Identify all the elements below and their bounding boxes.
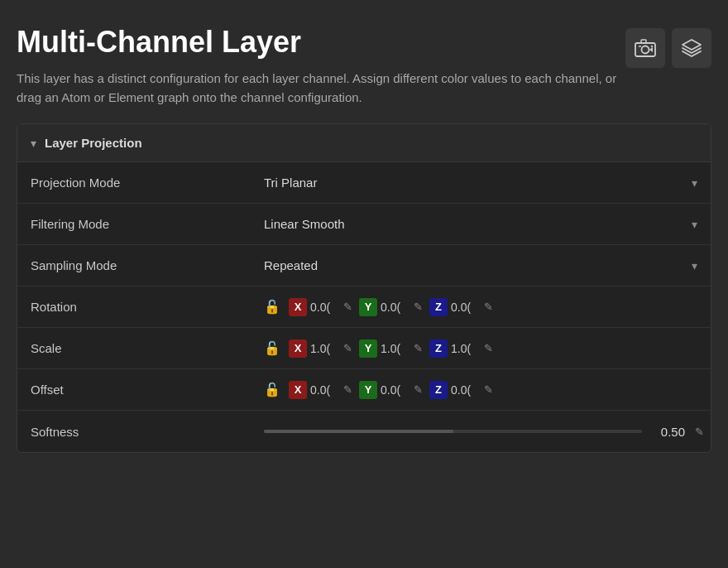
projection-mode-text: Tri Planar [264,176,317,190]
offset-z-edit-icon[interactable]: ✎ [484,383,493,396]
rotation-lock-icon[interactable]: 🔓 [264,299,280,315]
projection-mode-row: Projection Mode Tri Planar ▾ [17,162,711,204]
scale-z-edit-icon[interactable]: ✎ [484,342,493,354]
scale-x-val[interactable]: 1.0( [310,342,340,355]
filtering-mode-value[interactable]: Linear Smooth ▾ [257,207,711,241]
rotation-value: 🔓 X 0.0( ✎ Y 0.0( ✎ Z 0.0( [257,288,711,326]
rotation-y-field: Y 0.0( ✎ [359,298,423,316]
offset-z-val[interactable]: 0.0( [451,383,481,397]
sampling-mode-row: Sampling Mode Repeated ▾ [17,245,711,286]
projection-mode-arrow: ▾ [692,176,697,190]
section-header[interactable]: ▾ Layer Projection [17,124,711,162]
offset-x-badge: X [289,381,307,399]
scale-z-field: Z 1.0( ✎ [429,339,493,358]
rotation-z-badge: Z [429,298,448,316]
softness-slider-fill [264,430,453,433]
rotation-x-edit-icon[interactable]: ✎ [343,301,352,313]
scale-row: Scale 🔓 X 1.0( ✎ Y 1.0( ✎ Z [17,328,711,369]
svg-point-1 [642,46,649,54]
softness-slider-track[interactable] [264,430,642,433]
scale-x-badge: X [289,339,307,358]
layers-button[interactable] [672,28,711,68]
rotation-y-edit-icon[interactable]: ✎ [414,301,423,313]
rotation-label: Rotation [17,290,257,324]
softness-edit-icon[interactable]: ✎ [695,426,704,438]
sampling-mode-arrow: ▾ [692,259,697,272]
section-chevron: ▾ [31,137,36,150]
rotation-z-val[interactable]: 0.0( [451,301,481,314]
filtering-mode-label: Filtering Mode [17,207,257,241]
scale-z-badge: Z [429,339,448,358]
offset-value: 🔓 X 0.0( ✎ Y 0.0( ✎ Z 0.0( [257,371,711,409]
offset-y-val[interactable]: 0.0( [381,383,410,397]
softness-label: Softness [17,415,257,449]
sampling-mode-label: Sampling Mode [17,248,257,282]
filtering-mode-dropdown[interactable]: Linear Smooth ▾ [264,217,704,231]
offset-z-badge: Z [429,381,448,399]
svg-rect-2 [641,40,646,43]
filtering-mode-row: Filtering Mode Linear Smooth ▾ [17,204,711,245]
scale-z-val[interactable]: 1.0( [451,342,481,355]
filtering-mode-text: Linear Smooth [264,217,345,231]
rotation-y-badge: Y [359,298,377,316]
page-description: This layer has a distinct configuration … [17,70,625,107]
rotation-x-val[interactable]: 0.0( [310,301,340,314]
rotation-z-edit-icon[interactable]: ✎ [484,301,493,313]
header-icons [625,28,711,68]
scale-xyz-group: X 1.0( ✎ Y 1.0( ✎ Z 1.0( ✎ [289,339,493,358]
header-text: Multi-Channel Layer This layer has a dis… [17,25,625,107]
rotation-row: Rotation 🔓 X 0.0( ✎ Y 0.0( ✎ Z [17,286,711,328]
camera-button[interactable] [625,28,665,68]
section-label: Layer Projection [45,136,142,150]
page-title: Multi-Channel Layer [17,25,625,60]
sampling-mode-text: Repeated [264,258,318,272]
scale-value: 🔓 X 1.0( ✎ Y 1.0( ✎ Z 1.0( [257,330,711,368]
svg-point-3 [651,46,653,47]
offset-lock-icon[interactable]: 🔓 [264,382,280,397]
softness-slider-container: 0.50 ✎ [257,415,711,449]
offset-label: Offset [17,373,257,407]
rotation-x-badge: X [289,298,307,316]
rotation-z-field: Z 0.0( ✎ [429,298,493,316]
offset-z-field: Z 0.0( ✎ [429,381,493,399]
projection-mode-value[interactable]: Tri Planar ▾ [257,166,711,200]
rotation-x-field: X 0.0( ✎ [289,298,352,316]
softness-row: Softness 0.50 ✎ [17,411,711,452]
scale-y-val[interactable]: 1.0( [381,342,410,355]
scale-y-edit-icon[interactable]: ✎ [414,342,423,354]
offset-y-edit-icon[interactable]: ✎ [414,383,423,396]
camera-icon [635,39,656,57]
scale-x-field: X 1.0( ✎ [289,339,352,358]
offset-x-val[interactable]: 0.0( [310,383,340,397]
filtering-mode-arrow: ▾ [692,218,697,231]
rotation-y-val[interactable]: 0.0( [381,301,410,314]
offset-y-badge: Y [359,381,377,399]
layers-icon [681,37,702,59]
scale-x-edit-icon[interactable]: ✎ [343,342,352,354]
offset-row: Offset 🔓 X 0.0( ✎ Y 0.0( ✎ Z [17,369,711,411]
offset-xyz-group: X 0.0( ✎ Y 0.0( ✎ Z 0.0( ✎ [289,381,493,399]
projection-mode-label: Projection Mode [17,166,257,200]
sampling-mode-dropdown[interactable]: Repeated ▾ [264,258,704,272]
offset-x-field: X 0.0( ✎ [289,381,352,399]
softness-value[interactable]: 0.50 [652,425,685,439]
scale-label: Scale [17,331,257,365]
scale-y-badge: Y [359,339,377,358]
offset-x-edit-icon[interactable]: ✎ [343,383,352,396]
property-table: Projection Mode Tri Planar ▾ Filtering M… [17,162,711,452]
sampling-mode-value[interactable]: Repeated ▾ [257,248,711,282]
svg-rect-5 [635,42,656,57]
layer-projection-panel: ▾ Layer Projection Projection Mode Tri P… [17,123,711,453]
offset-y-field: Y 0.0( ✎ [359,381,423,399]
scale-lock-icon[interactable]: 🔓 [264,340,280,356]
scale-y-field: Y 1.0( ✎ [359,339,423,358]
rotation-xyz-group: X 0.0( ✎ Y 0.0( ✎ Z 0.0( ✎ [289,298,493,316]
header: Multi-Channel Layer This layer has a dis… [17,17,711,123]
projection-mode-dropdown[interactable]: Tri Planar ▾ [264,176,704,190]
